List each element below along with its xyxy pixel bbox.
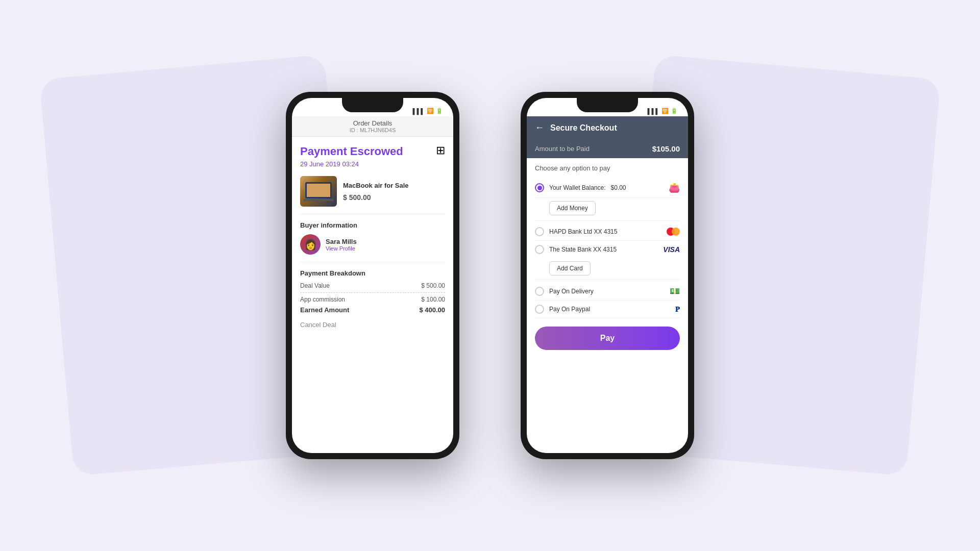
commission-amount: $ 100.00 bbox=[421, 296, 445, 303]
commission-row: App commission $ 100.00 bbox=[300, 292, 445, 303]
svg-rect-1 bbox=[307, 184, 330, 197]
product-row: MacBook air for Sale $ 500.00 bbox=[300, 176, 445, 214]
signal-icon: ▌▌▌ bbox=[413, 108, 425, 114]
avatar-emoji: 👩 bbox=[304, 238, 317, 251]
add-money-button[interactable]: Add Money bbox=[549, 201, 596, 215]
battery-icon: 🔋 bbox=[436, 108, 443, 114]
cash-icon: 💵 bbox=[670, 286, 680, 296]
scene: ▌▌▌ 🛜 🔋 Order Details ID : ML7HJN6D4S ⊞ … bbox=[0, 0, 980, 551]
paypal-icon: 𝐏 bbox=[675, 305, 680, 314]
state-bank-radio[interactable] bbox=[535, 245, 544, 254]
deal-value-amount: $ 500.00 bbox=[421, 282, 445, 289]
deal-value-row: Deal Value $ 500.00 bbox=[300, 282, 445, 289]
amount-bar: Amount to be Paid $105.00 bbox=[527, 139, 688, 158]
qr-code-icon: ⊞ bbox=[436, 145, 445, 156]
status-icons: ▌▌▌ 🛜 🔋 bbox=[413, 108, 443, 114]
order-title: Order Details bbox=[295, 119, 450, 127]
wallet-option[interactable]: Your Wallet Balance: $0.00 👛 bbox=[535, 178, 680, 198]
phone1-screen: ▌▌▌ 🛜 🔋 Order Details ID : ML7HJN6D4S ⊞ … bbox=[292, 98, 453, 453]
buyer-avatar: 👩 bbox=[300, 234, 321, 255]
product-image bbox=[300, 176, 337, 207]
checkout-body: Choose any option to pay Your Wallet Bal… bbox=[527, 158, 688, 453]
pay-button[interactable]: Pay bbox=[535, 327, 680, 350]
wallet-section: Your Wallet Balance: $0.00 👛 Add Money bbox=[535, 178, 680, 221]
status-icons-2: ▌▌▌ 🛜 🔋 bbox=[648, 108, 678, 114]
view-profile-link[interactable]: View Profile bbox=[326, 245, 357, 252]
svg-rect-2 bbox=[303, 199, 334, 201]
product-info: MacBook air for Sale $ 500.00 bbox=[343, 182, 445, 202]
phone-secure-checkout: ▌▌▌ 🛜 🔋 ← Secure Checkout Amount to be P… bbox=[521, 92, 694, 459]
commission-label: App commission bbox=[300, 296, 345, 303]
phone2-notch bbox=[577, 98, 638, 112]
wallet-label: Your Wallet Balance: $0.00 bbox=[549, 184, 664, 191]
payment-date: 29 June 2019 03:24 bbox=[300, 160, 445, 168]
wifi-icon: 🛜 bbox=[427, 108, 434, 114]
state-bank-section: The State Bank XX 4315 VISA Add Card bbox=[535, 241, 680, 280]
hapd-bank-option[interactable]: HAPD Bank Ltd XX 4315 bbox=[535, 223, 680, 241]
delivery-radio[interactable] bbox=[535, 287, 544, 296]
signal-icon-2: ▌▌▌ bbox=[648, 108, 659, 114]
wallet-icon: 👛 bbox=[669, 182, 680, 193]
phone-notch bbox=[342, 98, 403, 112]
wifi-icon-2: 🛜 bbox=[662, 108, 669, 114]
buyer-section-title: Buyer information bbox=[300, 221, 445, 229]
product-price: $ 500.00 bbox=[343, 193, 445, 202]
add-card-button[interactable]: Add Card bbox=[549, 261, 591, 276]
hapd-bank-label: HAPD Bank Ltd XX 4315 bbox=[549, 228, 662, 235]
amount-label: Amount to be Paid bbox=[535, 145, 590, 153]
order-body-wrap: ⊞ Payment Escrowed 29 June 2019 03:24 bbox=[292, 137, 453, 453]
earned-amount: $ 400.00 bbox=[419, 306, 445, 314]
amount-value: $105.00 bbox=[652, 144, 680, 153]
earned-row: Earned Amount $ 400.00 bbox=[300, 306, 445, 314]
checkout-header: ← Secure Checkout bbox=[527, 116, 688, 139]
payment-status: Payment Escrowed bbox=[300, 145, 445, 158]
hapd-radio[interactable] bbox=[535, 227, 544, 236]
laptop-svg bbox=[303, 180, 334, 203]
paypal-radio[interactable] bbox=[535, 305, 544, 314]
paypal-label: Pay On Paypal bbox=[549, 306, 670, 313]
visa-icon: VISA bbox=[663, 245, 680, 254]
state-bank-label: The State Bank XX 4315 bbox=[549, 246, 658, 253]
earned-label: Earned Amount bbox=[300, 306, 349, 314]
breakdown-section-title: Payment Breakdown bbox=[300, 269, 445, 277]
buyer-name: Sara Mills bbox=[326, 238, 357, 245]
delivery-option[interactable]: Pay On Delivery 💵 bbox=[535, 282, 680, 300]
choose-label: Choose any option to pay bbox=[535, 164, 680, 172]
mastercard-icon bbox=[667, 228, 680, 236]
mc-circle-orange bbox=[672, 228, 680, 236]
battery-icon-2: 🔋 bbox=[671, 108, 678, 114]
deal-value-label: Deal Value bbox=[300, 282, 330, 289]
phone2-screen: ▌▌▌ 🛜 🔋 ← Secure Checkout Amount to be P… bbox=[527, 98, 688, 453]
order-id: ID : ML7HJN6D4S bbox=[295, 127, 450, 133]
checkout-title: Secure Checkout bbox=[550, 123, 617, 133]
order-header: Order Details ID : ML7HJN6D4S bbox=[292, 116, 453, 137]
delivery-label: Pay On Delivery bbox=[549, 288, 665, 295]
buyer-row: 👩 Sara Mills View Profile bbox=[300, 234, 445, 262]
order-body: ⊞ Payment Escrowed 29 June 2019 03:24 bbox=[292, 137, 453, 337]
wallet-radio[interactable] bbox=[535, 183, 544, 192]
paypal-option[interactable]: Pay On Paypal 𝐏 bbox=[535, 300, 680, 318]
wallet-radio-dot bbox=[537, 186, 542, 190]
back-button[interactable]: ← bbox=[535, 122, 544, 133]
buyer-info: Sara Mills View Profile bbox=[326, 238, 357, 252]
phone-order-details: ▌▌▌ 🛜 🔋 Order Details ID : ML7HJN6D4S ⊞ … bbox=[286, 92, 459, 459]
state-bank-option[interactable]: The State Bank XX 4315 VISA bbox=[535, 241, 680, 258]
product-name: MacBook air for Sale bbox=[343, 182, 445, 189]
cancel-deal-button[interactable]: Cancel Deal bbox=[300, 321, 445, 329]
